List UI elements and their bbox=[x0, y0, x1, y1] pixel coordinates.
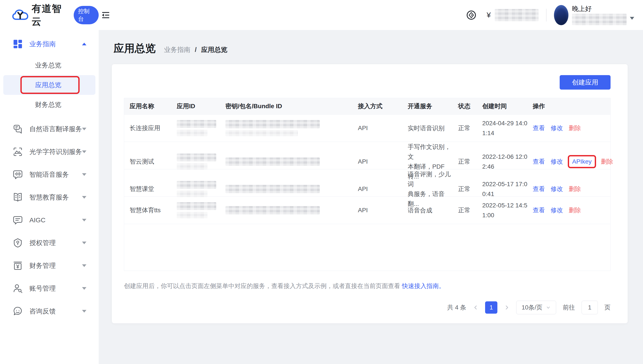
modify-link[interactable]: 修改 bbox=[551, 185, 563, 193]
sidebar: 业务指南 业务总览 应用总览 财务总览 自然语言翻译服务 光学字符识别服务 bbox=[0, 30, 99, 364]
page-size-select[interactable]: 10条/页 bbox=[516, 301, 556, 314]
quick-guide-link[interactable]: 快速接入指南。 bbox=[402, 282, 445, 289]
table-empty-space bbox=[124, 224, 610, 271]
sidebar-group-speech[interactable]: 智能语音服务 bbox=[0, 163, 99, 186]
sidebar-group-ocr[interactable]: 光学字符识别服务 bbox=[0, 140, 99, 163]
delete-link[interactable]: 删除 bbox=[601, 158, 613, 166]
goto-page-input[interactable] bbox=[582, 301, 598, 314]
cell-app-id bbox=[177, 120, 226, 136]
table-row: 长连接应用 API 实时语音识别 正常 2024-04-29 14:0 1:14 bbox=[124, 114, 610, 142]
redacted-username bbox=[572, 14, 627, 25]
breadcrumb-current: 应用总览 bbox=[201, 46, 228, 53]
cell-actions: 查看 修改 删除 bbox=[533, 124, 610, 132]
cell-services: 语音合成 bbox=[408, 206, 458, 215]
dashboard-grid-icon bbox=[13, 39, 23, 49]
redacted-app-key bbox=[226, 185, 320, 193]
cell-access: API bbox=[358, 207, 408, 214]
breadcrumb-separator: / bbox=[195, 46, 196, 53]
sidebar-group-label: 智慧教育服务 bbox=[29, 193, 69, 202]
view-link[interactable]: 查看 bbox=[533, 206, 545, 214]
cell-created: 2024-04-29 14:0 1:14 bbox=[482, 118, 533, 138]
user-dropdown-arrow-icon[interactable] bbox=[630, 17, 634, 20]
cell-actions: 查看 修改 删除 bbox=[533, 185, 610, 193]
logo[interactable]: 有道智云 控制台 bbox=[0, 2, 99, 28]
app-list-card: 创建应用 应用名称 应用ID 密钥/包名/Bundle ID 接入方式 开通服务… bbox=[112, 64, 628, 323]
sidebar-group-label: 光学字符识别服务 bbox=[29, 148, 82, 156]
sidebar-group-label: 财务管理 bbox=[29, 261, 56, 270]
caret-down-icon bbox=[82, 219, 86, 222]
page-number-button[interactable]: 1 bbox=[485, 301, 497, 314]
apikey-link[interactable]: APIkey bbox=[572, 158, 592, 165]
col-app-name: 应用名称 bbox=[124, 102, 177, 110]
cell-app-name: 智慧体育tts bbox=[124, 206, 177, 214]
view-link[interactable]: 查看 bbox=[533, 185, 545, 193]
cell-services: 实时语音识别 bbox=[408, 123, 458, 133]
cloud-logo-icon bbox=[12, 8, 29, 22]
table-row: 智慧体育tts API 语音合成 正常 2022-05-12 14:5 1:00 bbox=[124, 197, 610, 224]
col-app-id: 应用ID bbox=[177, 102, 226, 110]
view-link[interactable]: 查看 bbox=[533, 124, 545, 132]
logo-text: 有道智云 bbox=[32, 2, 70, 28]
sidebar-group-label: 业务指南 bbox=[29, 40, 56, 48]
cell-created: 2022-05-12 14:5 1:00 bbox=[482, 200, 533, 220]
redacted-app-id bbox=[177, 163, 207, 170]
cell-app-key bbox=[226, 206, 358, 214]
cell-access: API bbox=[358, 124, 408, 132]
sidebar-group-label: 账号管理 bbox=[29, 284, 56, 293]
cell-actions: 查看 修改 删除 bbox=[533, 206, 610, 214]
delete-link[interactable]: 删除 bbox=[569, 124, 581, 132]
caret-down-icon bbox=[82, 128, 86, 130]
header-divider bbox=[546, 9, 546, 22]
col-created: 创建时间 bbox=[482, 102, 533, 110]
sidebar-item-app-overview[interactable]: 应用总览 bbox=[3, 75, 95, 95]
goto-suffix: 页 bbox=[604, 303, 610, 312]
view-link[interactable]: 查看 bbox=[533, 158, 545, 166]
cell-app-key bbox=[226, 120, 358, 136]
caret-down-icon bbox=[82, 150, 86, 153]
voice-bubble-icon bbox=[13, 170, 23, 180]
sidebar-group-finance[interactable]: 财务管理 bbox=[0, 254, 99, 277]
cell-app-id bbox=[177, 154, 226, 170]
chevron-right-icon[interactable] bbox=[504, 305, 510, 310]
redacted-balance bbox=[495, 9, 539, 21]
delete-link[interactable]: 删除 bbox=[569, 206, 581, 214]
user-menu[interactable]: 晚上好 bbox=[572, 5, 627, 25]
col-key-bundle: 密钥/包名/Bundle ID bbox=[226, 102, 358, 110]
modify-link[interactable]: 修改 bbox=[551, 206, 563, 214]
delete-link[interactable]: 删除 bbox=[569, 185, 581, 193]
modify-link[interactable]: 修改 bbox=[551, 124, 563, 132]
sidebar-group-nlp-translation[interactable]: 自然语言翻译服务 bbox=[0, 118, 99, 140]
sidebar-group-business-guide[interactable]: 业务指南 bbox=[0, 33, 99, 56]
redacted-app-key bbox=[226, 206, 320, 214]
ocr-scan-icon bbox=[13, 147, 23, 157]
redacted-app-key bbox=[226, 158, 320, 166]
create-app-button[interactable]: 创建应用 bbox=[560, 75, 610, 90]
compass-icon[interactable] bbox=[466, 10, 477, 20]
sidebar-item-finance-overview[interactable]: 财务总览 bbox=[3, 95, 95, 114]
sidebar-item-label: 应用总览 bbox=[35, 80, 61, 90]
page-size-value: 10条/页 bbox=[522, 303, 543, 312]
sidebar-group-auth[interactable]: 授权管理 bbox=[0, 232, 99, 254]
cell-app-key bbox=[226, 158, 358, 166]
breadcrumb-parent[interactable]: 业务指南 bbox=[164, 46, 190, 53]
redacted-app-id bbox=[177, 154, 216, 162]
redacted-app-id bbox=[177, 202, 216, 210]
sidebar-group-account[interactable]: 账号管理 bbox=[0, 277, 99, 300]
sidebar-group-aigc[interactable]: AIGC bbox=[0, 209, 99, 232]
chevron-left-icon[interactable] bbox=[473, 305, 479, 310]
modify-link[interactable]: 修改 bbox=[551, 158, 563, 166]
table-row: 智云测试 API 手写作文识别，文 本翻译，PDF转... 正常 2022-12… bbox=[124, 142, 610, 169]
sidebar-group-smart-education[interactable]: 智慧教育服务 bbox=[0, 186, 99, 209]
top-header: 有道智云 控制台 ¥ 晚上好 bbox=[0, 0, 643, 30]
redacted-app-id bbox=[177, 130, 207, 136]
col-actions: 操作 bbox=[533, 102, 610, 110]
avatar[interactable] bbox=[554, 5, 568, 25]
cell-app-key bbox=[226, 185, 358, 193]
table-row: 智慧课堂 API 语音评测，少儿词 典服务，语音翻... 正常 2022-05-… bbox=[124, 169, 610, 197]
collapse-sidebar-icon[interactable] bbox=[101, 11, 111, 20]
sidebar-group-feedback[interactable]: 咨询反馈 bbox=[0, 300, 99, 322]
cell-app-id bbox=[177, 181, 226, 197]
table-header-row: 应用名称 应用ID 密钥/包名/Bundle ID 接入方式 开通服务 状态 创… bbox=[124, 98, 610, 114]
cell-app-name: 长连接应用 bbox=[124, 124, 177, 132]
sidebar-item-business-overview[interactable]: 业务总览 bbox=[3, 56, 95, 75]
